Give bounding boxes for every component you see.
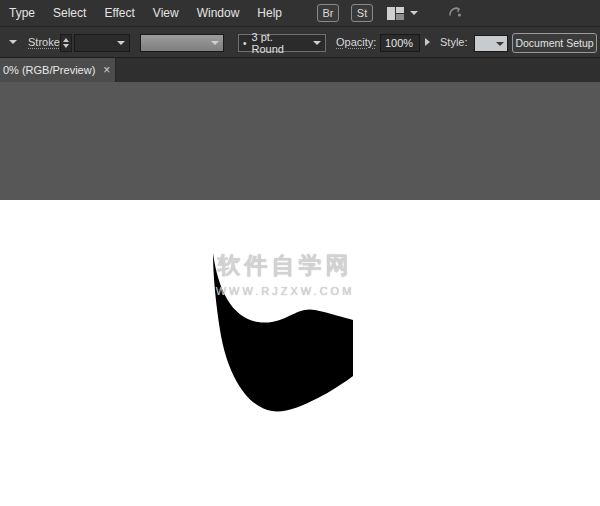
chevron-right-icon[interactable] <box>425 38 430 46</box>
workspace-switcher[interactable] <box>387 7 418 20</box>
stepper-down-icon[interactable] <box>63 44 69 48</box>
opacity-label[interactable]: Opacity: <box>336 36 376 48</box>
workspace-icon <box>387 7 404 20</box>
chevron-down-icon <box>410 11 418 15</box>
menu-type[interactable]: Type <box>0 0 44 26</box>
style-dropdown[interactable] <box>474 35 508 52</box>
stock-button[interactable]: St <box>351 4 373 22</box>
chevron-down-icon <box>496 42 504 46</box>
brush-definition-label: 3 pt. Round <box>252 31 307 55</box>
menu-bar: Type Select Effect View Window Help Br S… <box>0 0 600 27</box>
stroke-weight-stepper[interactable] <box>60 34 72 52</box>
bridge-button[interactable]: Br <box>317 4 339 22</box>
document-tab-label: 0% (RGB/Preview) <box>3 64 95 76</box>
close-icon[interactable]: × <box>103 64 110 76</box>
menu-help[interactable]: Help <box>248 0 291 26</box>
document-tab[interactable]: 0% (RGB/Preview) × <box>0 58 116 82</box>
opacity-input[interactable]: 100% <box>380 34 420 52</box>
stroke-weight-dropdown[interactable] <box>74 34 130 52</box>
stroke-label[interactable]: Stroke: <box>28 36 63 48</box>
menu-effect[interactable]: Effect <box>95 0 143 26</box>
style-label: Style: <box>440 36 468 48</box>
document-tab-bar: 0% (RGB/Preview) × <box>0 58 600 82</box>
document-setup-button[interactable]: Document Setup <box>512 33 597 53</box>
chevron-down-icon <box>313 41 321 45</box>
variable-width-profile-dropdown[interactable] <box>140 34 224 52</box>
fill-dropdown-chevron-icon[interactable] <box>9 40 17 44</box>
illustrator-window: Type Select Effect View Window Help Br S… <box>0 0 600 506</box>
canvas-surround[interactable] <box>0 82 600 200</box>
pen-path-shape[interactable] <box>213 253 353 411</box>
chevron-down-icon <box>211 41 219 45</box>
menu-select[interactable]: Select <box>44 0 95 26</box>
menu-window[interactable]: Window <box>188 0 249 26</box>
brush-definition-dropdown[interactable]: • 3 pt. Round <box>238 34 326 52</box>
share-icon[interactable] <box>448 4 462 22</box>
chevron-down-icon <box>117 41 125 45</box>
drawn-shape[interactable] <box>200 245 370 420</box>
stepper-up-icon[interactable] <box>63 38 69 42</box>
menu-view[interactable]: View <box>144 0 188 26</box>
control-bar: Stroke: • 3 pt. Round Opacity: 100% Styl… <box>0 27 600 58</box>
brush-dot-icon: • <box>243 38 247 49</box>
